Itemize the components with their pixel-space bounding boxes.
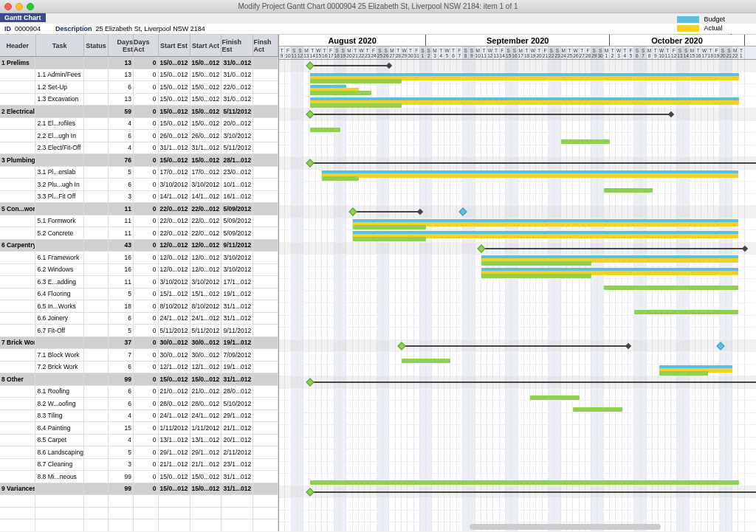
task-row[interactable]: 8.3 Tiling4024/1...01224/1...01229/1...0… (0, 410, 278, 423)
summary-row[interactable]: 2 Electrical59015/0...01215/0...0125/11/… (0, 106, 278, 118)
data-cell (221, 508, 253, 519)
task-row[interactable] (0, 519, 278, 531)
task-row[interactable]: 2.3 Elect/Fit-Off4031/1...01231/1...0125… (0, 142, 278, 155)
column-header[interactable]: Status (84, 35, 109, 56)
task-row[interactable]: 2.2 El...ugh In6026/0...01226/0...0123/1… (0, 130, 278, 142)
task-row[interactable]: 8.5 Carpet4013/1...01213/1...01220/1...0… (0, 435, 278, 447)
gantt-bar-over[interactable] (310, 480, 739, 485)
chart-row (279, 486, 756, 499)
task-row[interactable]: 5.2 Concrete11022/0...01222/0...0125/09/… (0, 227, 278, 240)
day-header: T2 (610, 46, 616, 59)
column-header[interactable]: Task (36, 35, 84, 56)
day-header: T18 (524, 46, 530, 59)
column-header[interactable]: Days Est (109, 35, 134, 56)
gantt-bar-over[interactable] (481, 274, 591, 278)
data-cell: 15/0...012 (159, 483, 190, 495)
task-cell: 3.1 Pl...erslab (35, 167, 83, 179)
gantt-bar-over[interactable] (310, 91, 371, 95)
tab-gantt-chart[interactable]: Gantt Chart (0, 13, 46, 22)
gantt-bar-over[interactable] (402, 359, 450, 363)
task-row[interactable]: 6.3 E...adding1103/10/20123/10/201217/1.… (0, 276, 278, 289)
gantt-bar-over[interactable] (659, 371, 708, 376)
chart-row (279, 376, 756, 389)
gantt-bar-over[interactable] (310, 128, 341, 132)
column-header[interactable]: Days Act (134, 35, 159, 56)
task-row[interactable]: 1.2 Set-Up6015/0...01215/0...01222/0...0… (0, 81, 278, 94)
data-cell (253, 191, 278, 203)
day-header: T16 (322, 46, 328, 59)
task-row[interactable]: 1.3 Excavation13015/0...01215/0...01231/… (0, 94, 278, 106)
gantt-bar-over[interactable] (310, 79, 402, 83)
column-header[interactable]: Header (0, 35, 36, 56)
gantt-bar-over[interactable] (604, 188, 653, 193)
gantt-bar-over[interactable] (573, 407, 622, 412)
header-cell (0, 313, 35, 325)
column-header[interactable]: Start Act (190, 35, 222, 56)
task-row[interactable]: 7.1 Block Work7030/0...01230/0...0127/09… (0, 349, 278, 362)
task-cell: 6.6 Joinery (35, 313, 83, 325)
summary-row[interactable]: 8 Other99015/0...01215/0...01231/1...012 (0, 373, 278, 386)
task-row[interactable]: 7.2 Brick Work6012/1...01212/1...01219/1… (0, 362, 278, 374)
task-row[interactable]: 6.7 Fit-Off505/11/20125/11/20129/11/2012 (0, 325, 278, 337)
column-header[interactable]: Finsh Act (253, 35, 278, 56)
gantt-bar-over[interactable] (561, 139, 610, 144)
task-row[interactable]: 6.6 Joinery6024/1...01224/1...01231/1...… (0, 313, 278, 325)
data-cell: 0 (134, 483, 159, 495)
task-row[interactable]: 8.8 Mi...neous99015/0...01215/0...01231/… (0, 471, 278, 483)
data-cell: 11 (109, 227, 134, 239)
data-cell: 4 (109, 118, 134, 130)
gantt-bar-over[interactable] (322, 176, 359, 181)
task-row[interactable]: 8.1 Roofing6021/0...01221/0...01228/0...… (0, 386, 278, 398)
summary-row[interactable]: 7 Brick Work37030/0...01230/0...01219/1.… (0, 337, 278, 350)
horizontal-scrollbar[interactable] (470, 524, 660, 530)
gantt-bar-over[interactable] (353, 237, 427, 241)
column-header[interactable]: Finish Est (221, 35, 253, 56)
summary-row[interactable]: 6 Carpentry43012/0...01212/0...0129/11/2… (0, 240, 278, 252)
data-cell: 0 (134, 446, 159, 458)
task-row[interactable] (0, 495, 278, 508)
task-row[interactable]: 5.1 Formwork11022/0...01222/0...0125/09/… (0, 215, 278, 228)
task-row[interactable]: 6.2 Windows16012/0...01212/0...0123/10/2… (0, 264, 278, 277)
task-row[interactable] (0, 508, 278, 520)
data-cell: 0 (134, 422, 159, 434)
gantt-bar-over[interactable] (530, 395, 579, 400)
task-row[interactable]: 6.1 Framework16012/0...01212/0...0123/10… (0, 252, 278, 264)
task-cell: 8.7 Cleaning (35, 459, 83, 471)
day-header: T18 (708, 46, 714, 59)
summary-row[interactable]: 5 Con...work11022/0...01222/0...0125/09/… (0, 203, 278, 215)
gantt-bar-over[interactable] (310, 103, 402, 108)
summary-row[interactable]: 9 Variances99015/0...01215/0...01231/1..… (0, 483, 278, 496)
task-row[interactable]: 8.6 Landscaping5029/1...01229/1...0122/1… (0, 446, 278, 459)
summary-row[interactable]: 1 Prelims13015/0...01215/0...01231/0...0… (0, 57, 278, 69)
data-cell: 4 (109, 435, 134, 446)
task-row[interactable]: 3.1 Pl...erslab5017/0...01217/0...01223/… (0, 167, 278, 179)
task-row[interactable]: 8.7 Cleaning3021/1...01221/1...01223/1..… (0, 459, 278, 471)
task-row[interactable]: 1.1 Admin/Fees13015/0...01215/0...01231/… (0, 69, 278, 82)
column-header[interactable]: Start Est (159, 35, 190, 56)
task-row[interactable]: 6.4 Flooring5015/1...01215/1...01219/1..… (0, 289, 278, 301)
data-cell (159, 519, 190, 531)
data-cell: 24/1...012 (159, 313, 190, 325)
day-header: S13 (677, 46, 683, 59)
gantt-bar-actual[interactable] (322, 173, 738, 178)
data-cell: 5 (109, 289, 134, 300)
task-row[interactable]: 2.1 El...rofiles4015/0...01215/0...01220… (0, 118, 278, 131)
data-cell (253, 519, 278, 531)
data-cell: 14/1...012 (159, 191, 190, 203)
task-row[interactable]: 6.5 In...Works1808/10/20128/10/201231/1.… (0, 300, 278, 313)
gantt-bar-over[interactable] (604, 286, 739, 290)
task-row[interactable]: 3.3 Pl...Fit Off3014/1...01214/1...01216… (0, 191, 278, 204)
task-row[interactable]: 8.4 Painting1501/11/20121/11/201221/1...… (0, 422, 278, 435)
gantt-bar-over[interactable] (481, 261, 591, 266)
day-header: M3 (432, 46, 438, 59)
day-header: F28 (585, 46, 591, 59)
header-cell (0, 252, 35, 263)
gantt-bar-over[interactable] (353, 225, 427, 229)
desc-label: Description (55, 25, 92, 32)
task-row[interactable]: 8.2 W...oofing6028/0...01228/0...0125/10… (0, 398, 278, 410)
task-row[interactable]: 3.2 Plu...ugh In603/10/20123/10/201210/1… (0, 179, 278, 191)
summary-row[interactable]: 3 Plumbing76015/0...01215/0...01228/1...… (0, 154, 278, 167)
gantt-chart[interactable]: August 2020September 2020October 2020 T9… (279, 35, 756, 531)
gantt-bar-over[interactable] (634, 310, 738, 314)
task-grid[interactable]: HeaderTaskStatusDays EstDays ActStart Es… (0, 35, 279, 531)
